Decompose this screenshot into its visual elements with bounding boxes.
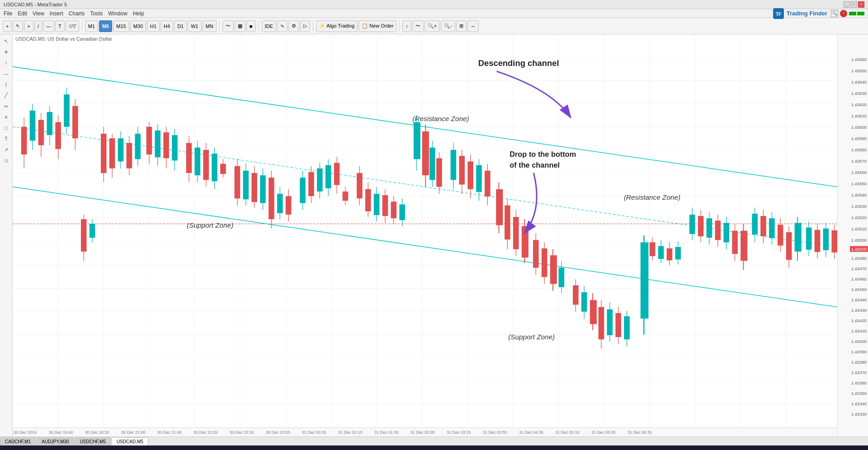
svg-rect-141 bbox=[505, 206, 510, 240]
script-button[interactable]: ▷ bbox=[300, 20, 310, 32]
menu-help[interactable]: Help bbox=[133, 10, 144, 17]
auto-scroll-button[interactable]: ↔ bbox=[467, 20, 479, 32]
draw-vline[interactable]: | bbox=[1, 80, 11, 89]
tf-m5[interactable]: M5 bbox=[99, 20, 112, 32]
tab-audjpy-m30[interactable]: AUDJPY,M30 bbox=[37, 437, 74, 445]
time-label-0: 30 Dec 2024 bbox=[14, 430, 37, 435]
menu-insert[interactable]: Insert bbox=[50, 10, 63, 17]
close-button[interactable]: × bbox=[858, 1, 864, 8]
draw-hline[interactable]: — bbox=[1, 69, 11, 79]
algo-trading-button[interactable]: ⚡ Algo Trading bbox=[316, 20, 358, 32]
tab-usdcad-m5[interactable]: USDCAD,M5 bbox=[112, 437, 148, 445]
tf-w1[interactable]: W1 bbox=[188, 20, 202, 32]
menu-charts[interactable]: Charts bbox=[69, 10, 85, 17]
chart-type-line[interactable]: 〜 bbox=[222, 20, 234, 32]
svg-rect-177 bbox=[675, 247, 681, 260]
tf-m1[interactable]: M1 bbox=[85, 20, 98, 32]
draw-shape[interactable]: ◇ bbox=[1, 155, 11, 165]
svg-rect-71 bbox=[172, 135, 178, 160]
menu-edit[interactable]: Edit bbox=[18, 10, 27, 17]
maximize-button[interactable]: □ bbox=[851, 1, 857, 8]
svg-rect-185 bbox=[715, 220, 721, 240]
hline-button[interactable]: — bbox=[43, 20, 54, 32]
window-title: USDCAD,M5 - MetaTrader 5 bbox=[4, 2, 67, 7]
price-1.43440: 1.43440 bbox=[851, 297, 868, 302]
new-order-button[interactable]: 📋 New Order bbox=[359, 20, 396, 32]
logo-area: TF Trading Finder bbox=[772, 7, 827, 20]
signal-bar-1 bbox=[849, 12, 856, 15]
svg-rect-45 bbox=[55, 122, 61, 149]
svg-rect-205 bbox=[806, 228, 812, 250]
price-1.43620: 1.43620 bbox=[851, 102, 868, 107]
cursor-button[interactable]: ↖ bbox=[13, 20, 23, 32]
chart-type-candle[interactable]: ■ bbox=[246, 20, 256, 32]
menu-file[interactable]: File bbox=[4, 10, 12, 17]
price-1.43540: 1.43540 bbox=[851, 192, 868, 197]
svg-rect-85 bbox=[243, 171, 249, 199]
draw-arrow[interactable]: ↗ bbox=[1, 145, 11, 155]
time-label-8: 31 Dec 00:35 bbox=[302, 430, 326, 435]
line-button[interactable]: / bbox=[34, 20, 42, 32]
time-label-6: 30 Dec 23:15 bbox=[230, 430, 254, 435]
svg-rect-115 bbox=[382, 195, 388, 216]
svg-rect-187 bbox=[723, 223, 729, 242]
text-button[interactable]: T bbox=[55, 20, 65, 32]
price-1.43460: 1.43460 bbox=[851, 277, 868, 281]
svg-rect-143 bbox=[513, 217, 519, 249]
svg-rect-157 bbox=[581, 292, 587, 312]
zoom-group: ↑ 〜 🔍+ 🔍- ⊞ ↔ bbox=[402, 20, 479, 32]
tf-h1[interactable]: H1 bbox=[147, 20, 160, 32]
minimize-button[interactable]: _ bbox=[844, 1, 850, 8]
price-axis: 1.43660 1.43650 1.43640 1.43630 1.43620 … bbox=[837, 34, 868, 436]
draw-trendline[interactable]: ╱ bbox=[1, 90, 11, 100]
menu-view[interactable]: View bbox=[33, 10, 44, 17]
draw-cursor[interactable]: ↖ bbox=[1, 36, 11, 46]
new-chart-button[interactable]: + bbox=[3, 20, 12, 32]
wave-button[interactable]: 〜 bbox=[412, 20, 424, 32]
time-label-14: 31 Dec 04:35 bbox=[519, 430, 543, 435]
zoom-out-button[interactable]: 🔍- bbox=[441, 20, 455, 32]
draw-line[interactable]: / bbox=[1, 58, 11, 68]
svg-rect-93 bbox=[277, 194, 283, 213]
indicator-button[interactable]: ∿ bbox=[277, 20, 288, 32]
svg-rect-167 bbox=[624, 316, 630, 339]
svg-rect-119 bbox=[399, 204, 405, 220]
tf-mn[interactable]: MN bbox=[203, 20, 217, 32]
tf-m15[interactable]: M15 bbox=[113, 20, 129, 32]
svg-rect-147 bbox=[533, 240, 539, 267]
svg-rect-211 bbox=[831, 230, 837, 253]
up-button[interactable]: ↑ bbox=[402, 20, 411, 32]
svg-text:TF: TF bbox=[776, 12, 781, 17]
draw-text[interactable]: T bbox=[1, 134, 11, 144]
price-1.43500: 1.43500 bbox=[851, 238, 868, 243]
crosshair-button[interactable]: + bbox=[24, 20, 33, 32]
tf-h4[interactable]: H4 bbox=[160, 20, 173, 32]
svg-rect-101 bbox=[317, 169, 323, 192]
draw-channel[interactable]: ═ bbox=[1, 101, 11, 111]
draw-crosshair[interactable]: ✛ bbox=[1, 47, 11, 57]
ide-button[interactable]: IDE bbox=[262, 20, 276, 32]
ea-button[interactable]: ⚙ bbox=[288, 20, 299, 32]
zoom-in-button[interactable]: 🔍+ bbox=[425, 20, 440, 32]
draw-fib[interactable]: ≡ bbox=[1, 112, 11, 122]
svg-rect-77 bbox=[203, 150, 209, 180]
search-icon[interactable]: 🔍 bbox=[831, 10, 838, 17]
price-1.43430: 1.43430 bbox=[851, 308, 868, 313]
draw-rect[interactable]: □ bbox=[1, 123, 11, 133]
svg-rect-131 bbox=[459, 156, 465, 184]
window-controls[interactable]: _ □ × bbox=[844, 1, 864, 8]
grid-button[interactable]: ⊞ bbox=[456, 20, 467, 32]
tf-d1[interactable]: D1 bbox=[174, 20, 187, 32]
svg-rect-53 bbox=[90, 224, 95, 238]
tab-usdchf-m5[interactable]: USDCHF,M5 bbox=[75, 437, 111, 445]
svg-rect-57 bbox=[109, 138, 115, 168]
shapes-button[interactable]: ◇▽ bbox=[66, 20, 79, 32]
tf-m30[interactable]: M30 bbox=[130, 20, 146, 32]
tab-cadchf-m1[interactable]: CADCHF,M1 bbox=[0, 437, 36, 445]
chart-type-bar[interactable]: ▦ bbox=[235, 20, 245, 32]
notification-icon[interactable]: ! bbox=[840, 10, 847, 17]
menu-window[interactable]: Window bbox=[108, 10, 127, 17]
menu-tools[interactable]: Tools bbox=[90, 10, 103, 17]
svg-rect-191 bbox=[741, 231, 747, 261]
svg-rect-49 bbox=[72, 106, 78, 139]
